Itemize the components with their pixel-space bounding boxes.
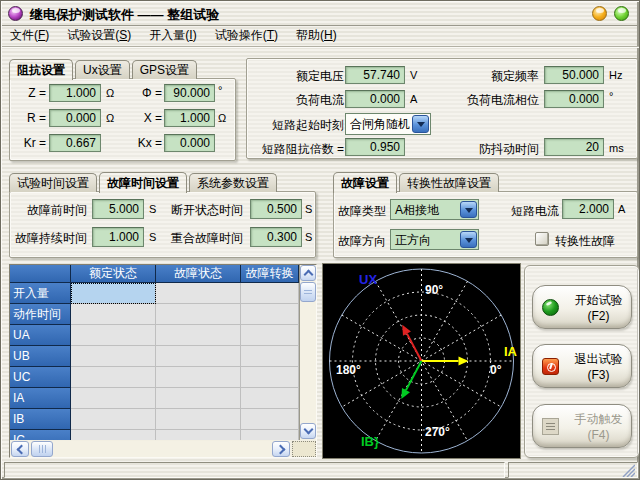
- column-header: 故障状态: [156, 265, 241, 283]
- vector-diagram: UX 90° IA 0° 180° 270° IB}: [323, 264, 520, 458]
- reclose-fault-time-input[interactable]: [250, 227, 302, 247]
- table-cell[interactable]: [71, 304, 156, 325]
- tab-fault-time-settings[interactable]: 故障时间设置: [99, 172, 187, 193]
- load-current-phase-input[interactable]: [544, 90, 604, 108]
- tab-impedance-settings[interactable]: 阻抗设置: [9, 59, 73, 80]
- fault-duration-label: 故障持续时间: [10, 230, 87, 247]
- status-bar-right: [508, 462, 638, 478]
- menu-item-help[interactable]: 帮助(H): [296, 27, 337, 44]
- table-cell[interactable]: [241, 304, 299, 325]
- impedance-multiplier-label: 短路阻抗倍数 =: [247, 141, 344, 158]
- prefault-time-input[interactable]: [92, 199, 144, 219]
- rated-frequency-input[interactable]: [544, 66, 604, 84]
- fault-direction-dropdown[interactable]: 正方向: [390, 229, 479, 250]
- table-cell[interactable]: [71, 346, 156, 367]
- hscroll-thumb[interactable]: [31, 441, 53, 457]
- table-cell[interactable]: [156, 304, 241, 325]
- table-cell[interactable]: [71, 388, 156, 409]
- menu-item-test-settings[interactable]: 试验设置(S): [67, 27, 131, 44]
- scrollbar-corner: [292, 441, 316, 457]
- row-header: IC: [10, 430, 71, 440]
- menu-item-test-operation[interactable]: 试验操作(T): [215, 27, 278, 44]
- column-header: 故障转换: [241, 265, 299, 283]
- tab-ux-settings[interactable]: Ux设置: [75, 60, 130, 79]
- chevron-down-icon[interactable]: [460, 231, 477, 248]
- scroll-up-button[interactable]: [300, 265, 316, 281]
- table-cell[interactable]: [156, 283, 241, 304]
- scroll-left-button[interactable]: [11, 441, 29, 457]
- table-cell[interactable]: [241, 430, 299, 440]
- rated-voltage-unit: V: [410, 69, 417, 81]
- open-state-time-input[interactable]: [250, 199, 302, 219]
- rated-voltage-input[interactable]: [345, 66, 405, 84]
- rated-frequency-unit: Hz: [609, 69, 622, 81]
- x-input[interactable]: [164, 109, 215, 127]
- scroll-down-button[interactable]: [300, 423, 316, 439]
- table-cell[interactable]: [241, 325, 299, 346]
- table-cell[interactable]: [156, 346, 241, 367]
- convert-fault-checkbox[interactable]: [535, 232, 549, 246]
- table-cell[interactable]: [71, 325, 156, 346]
- kr-input[interactable]: [49, 134, 101, 152]
- menu-bar: 文件(F) 试验设置(S) 开入量(I) 试验操作(T) 帮助(H): [2, 25, 640, 47]
- fault-type-dropdown[interactable]: A相接地: [390, 199, 479, 220]
- tab-test-time-settings[interactable]: 试验时间设置: [9, 173, 97, 192]
- fault-settings-tab-bar: 故障设置 转换性故障设置: [333, 171, 501, 192]
- table-cell[interactable]: [71, 430, 156, 440]
- table-cell[interactable]: [156, 325, 241, 346]
- table-cell[interactable]: [156, 409, 241, 430]
- start-test-button[interactable]: 开始试验(F2): [532, 285, 632, 329]
- time-settings-tab-bar: 试验时间设置 故障时间设置 系统参数设置: [9, 171, 279, 192]
- menu-item-file[interactable]: 文件(F): [10, 27, 49, 44]
- z-input[interactable]: [49, 84, 101, 102]
- chevron-down-icon: [303, 425, 313, 435]
- action-button-panel: 开始试验(F2) 退出试验(F3) 手动触发(F4): [524, 265, 640, 458]
- table-cell[interactable]: [156, 367, 241, 388]
- menu-item-binary-input[interactable]: 开入量(I): [149, 27, 196, 44]
- z-unit: Ω: [106, 87, 114, 99]
- exit-test-button[interactable]: 退出试验(F3): [532, 344, 632, 388]
- debounce-time-unit: ms: [609, 142, 624, 154]
- table-cell-selected[interactable]: [71, 283, 156, 304]
- tab-convert-fault-settings[interactable]: 转换性故障设置: [399, 173, 499, 192]
- load-current-label: 负荷电流: [247, 92, 344, 109]
- table-cell[interactable]: [241, 283, 299, 304]
- reclose-fault-time-label: 重合故障时间: [155, 230, 243, 247]
- minimize-button[interactable]: [592, 6, 607, 21]
- vscroll-thumb[interactable]: [300, 282, 316, 302]
- scroll-right-button[interactable]: [272, 441, 290, 457]
- kx-input[interactable]: [164, 134, 215, 152]
- table-cell[interactable]: [71, 409, 156, 430]
- table-hscrollbar[interactable]: [10, 441, 291, 457]
- tab-fault-settings[interactable]: 故障设置: [333, 172, 397, 193]
- convert-fault-checkbox-label: 转换性故障: [555, 233, 635, 250]
- fault-time-panel: 故障前时间 S 断开状态时间 S 故障持续时间 S 重合故障时间 S: [9, 191, 316, 258]
- short-circuit-start-dropdown[interactable]: 合闸角随机: [345, 113, 431, 135]
- r-input[interactable]: [49, 109, 101, 127]
- short-circuit-current-label: 短路电流: [502, 203, 559, 220]
- table-cell[interactable]: [156, 388, 241, 409]
- tab-gps-settings[interactable]: GPS设置: [132, 60, 197, 79]
- debounce-time-input[interactable]: [544, 138, 604, 156]
- app-icon: [8, 6, 23, 21]
- close-button[interactable]: [614, 6, 629, 21]
- table-cell[interactable]: [241, 409, 299, 430]
- rated-voltage-label: 额定电压: [247, 68, 344, 85]
- manual-trigger-icon: [542, 418, 559, 435]
- table-cell[interactable]: [241, 388, 299, 409]
- tab-system-parameter-settings[interactable]: 系统参数设置: [189, 173, 277, 192]
- chevron-down-icon[interactable]: [412, 115, 429, 133]
- short-circuit-current-input[interactable]: [562, 199, 614, 219]
- phi-input[interactable]: [164, 84, 215, 102]
- table-cell[interactable]: [156, 430, 241, 440]
- resize-grip[interactable]: [621, 464, 635, 477]
- table-cell[interactable]: [71, 367, 156, 388]
- table-vscrollbar[interactable]: [300, 265, 316, 440]
- reclose-fault-time-unit: S: [305, 231, 312, 243]
- table-cell[interactable]: [241, 367, 299, 388]
- impedance-multiplier-input[interactable]: [345, 138, 405, 156]
- fault-duration-input[interactable]: [92, 227, 144, 247]
- load-current-input[interactable]: [345, 90, 405, 108]
- table-cell[interactable]: [241, 346, 299, 367]
- chevron-down-icon[interactable]: [460, 201, 477, 218]
